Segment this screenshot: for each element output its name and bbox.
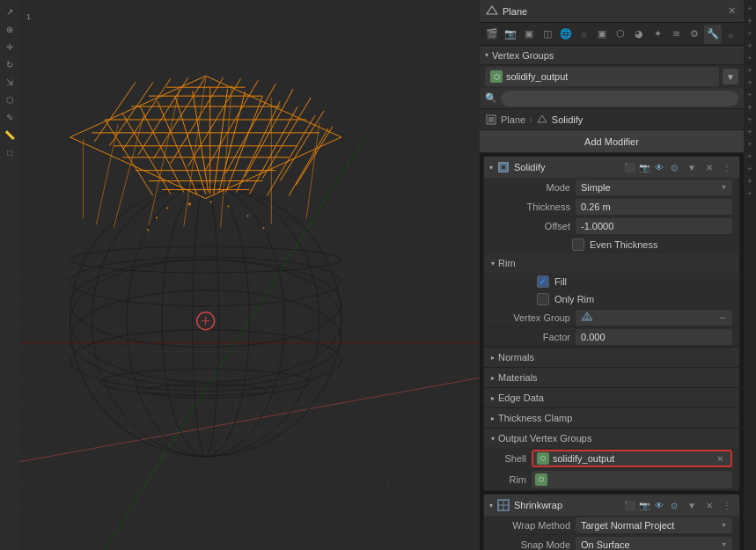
shrinkwrap-settings-btn[interactable]: ▼ [685, 498, 699, 512]
solidify-expand-icon: ▾ [489, 164, 493, 172]
normals-header[interactable]: ▸ Normals [484, 348, 739, 367]
rs-icon-8[interactable]: + [745, 90, 755, 100]
solidify-thickness-value[interactable]: 0.26 m [576, 199, 732, 215]
svg-marker-97 [538, 115, 547, 122]
solidify-offset-value[interactable]: -1.0000 [576, 218, 732, 234]
tab-physics[interactable]: ≋ [667, 25, 685, 44]
cursor-tool[interactable]: ⊕ [2, 21, 18, 37]
rs-icon-11[interactable]: + [745, 127, 755, 137]
shell-vg-name: solidify_output [553, 453, 614, 464]
breadcrumb-solidify[interactable]: Solidify [552, 114, 583, 125]
select-tool[interactable]: ↗ [2, 4, 18, 19]
shell-vg-field[interactable]: ⬡ solidify_output ✕ [532, 450, 732, 467]
tab-scene2[interactable]: 🌐 [557, 25, 575, 44]
annotate-tool[interactable]: ✎ [2, 109, 18, 125]
rs-icon-6[interactable]: + [745, 65, 755, 76]
svg-rect-85 [156, 216, 158, 218]
left-tool-strip: ↗ ⊕ ✛ ↻ ⇲ ⬡ ✎ 📏 □ [0, 0, 19, 550]
tab-world[interactable]: ○ [576, 25, 593, 44]
right-strip: + + + + + + + + + + + + + + + + [744, 0, 756, 550]
shrinkwrap-modifier-block: ▾ Shrinkwrap ⬛ 📷 👁 ⊙ ▼ ✕ ⋮ [483, 494, 740, 550]
solidify-vis-render[interactable]: 📷 [637, 160, 651, 174]
rs-icon-1[interactable]: + [745, 4, 755, 14]
rs-icon-5[interactable]: + [745, 53, 755, 63]
rs-icon-10[interactable]: + [745, 114, 755, 125]
only-rim-checkbox[interactable] [537, 293, 549, 305]
fill-checkbox[interactable]: ✓ [537, 275, 549, 288]
svg-rect-90 [246, 215, 248, 216]
shrinkwrap-menu-btn[interactable]: ⋮ [720, 498, 734, 512]
tab-constraints[interactable]: ⚙ [686, 25, 703, 44]
solidify-settings-btn[interactable]: ▼ [685, 160, 699, 174]
rs-icon-4[interactable]: + [745, 40, 755, 51]
solidify-vg-field[interactable]: ↔ [576, 310, 732, 326]
wrap-method-value[interactable]: Target Normal Project [576, 517, 732, 533]
solidify-mod-icon [496, 160, 510, 174]
vertex-groups-section-header[interactable]: ▾ Vertex Groups [480, 46, 744, 65]
add-modifier-button[interactable]: Add Modifier [480, 130, 744, 153]
tab-render[interactable]: 📷 [502, 25, 519, 44]
shrinkwrap-vis-viewport[interactable]: 👁 [652, 498, 666, 512]
output-vg-triangle: ▾ [491, 435, 495, 443]
solidify-vis-edit[interactable]: ⊙ [667, 160, 681, 174]
edge-data-header[interactable]: ▸ Edge Data [484, 388, 739, 407]
shrinkwrap-vis-realtime[interactable]: ⬛ [622, 498, 636, 512]
scale-tool[interactable]: ⇲ [2, 74, 18, 90]
tab-view-layer[interactable]: ◫ [539, 25, 556, 44]
breadcrumb-sep: › [529, 114, 532, 125]
output-vg-label: Output Vertex Groups [498, 433, 591, 444]
solidify-thickness-label: Thickness [491, 202, 570, 212]
rim-section-header[interactable]: ▾ Rim [484, 253, 739, 273]
rim-vg-row: Rim ⬡ [484, 469, 739, 490]
rotate-tool[interactable]: ↻ [2, 56, 18, 72]
materials-header[interactable]: ▸ Materials [484, 368, 739, 387]
even-thickness-checkbox[interactable] [572, 238, 584, 251]
rs-icon-15[interactable]: + [745, 176, 755, 187]
viewport[interactable]: 1 ↗ ⊕ ✛ ↻ ⇲ ⬡ ✎ 📏 □ [0, 0, 480, 550]
materials-label: Materials [498, 372, 538, 383]
solidify-vis-realtime[interactable]: ⬛ [622, 160, 636, 174]
solidify-modifier-header[interactable]: ▾ Solidify ⬛ 📷 👁 ⊙ ▼ ✕ ⋮ [484, 157, 739, 178]
solidify-close-btn[interactable]: ✕ [702, 160, 716, 174]
measure-tool[interactable]: 📏 [2, 127, 18, 143]
panel-close-btn[interactable]: ✕ [724, 4, 738, 18]
vg-collapse-btn[interactable]: ▼ [723, 69, 738, 84]
rs-icon-9[interactable]: + [745, 102, 755, 113]
shrinkwrap-header[interactable]: ▾ Shrinkwrap ⬛ 📷 👁 ⊙ ▼ ✕ ⋮ [484, 495, 739, 516]
tab-modifier[interactable]: 🔧 [704, 25, 722, 44]
output-vg-header[interactable]: ▾ Output Vertex Groups [484, 429, 739, 448]
rs-icon-12[interactable]: + [745, 139, 755, 150]
tab-output[interactable]: ▣ [520, 25, 538, 44]
tab-object[interactable]: ▣ [594, 25, 612, 44]
add-cube-tool[interactable]: □ [2, 144, 18, 160]
tab-mesh[interactable]: ⬡ [612, 25, 629, 44]
rs-icon-14[interactable]: + [745, 164, 755, 174]
modifiers-scroll-area[interactable]: ▾ Solidify ⬛ 📷 👁 ⊙ ▼ ✕ ⋮ [480, 153, 744, 550]
rs-icon-3[interactable]: + [745, 28, 755, 39]
solidify-vis-viewport[interactable]: 👁 [652, 160, 666, 174]
rs-icon-13[interactable]: + [745, 151, 755, 162]
shell-vg-remove-btn[interactable]: ✕ [713, 451, 727, 466]
tab-data[interactable]: ⬦ [723, 25, 740, 44]
transform-tool[interactable]: ⬡ [2, 92, 18, 107]
move-tool[interactable]: ✛ [2, 39, 18, 55]
shrinkwrap-vis-edit[interactable]: ⊙ [667, 498, 681, 512]
vertex-group-item[interactable]: ⬡ solidify_output [485, 67, 719, 86]
rs-icon-7[interactable]: + [745, 77, 755, 88]
rs-icon-16[interactable]: + [745, 188, 755, 199]
tab-material[interactable]: ◕ [630, 25, 648, 44]
shrinkwrap-close-btn[interactable]: ✕ [702, 498, 716, 512]
rim-vg-field[interactable]: ⬡ [532, 471, 732, 488]
breadcrumb-plane[interactable]: Plane [501, 114, 525, 125]
solidify-mode-value[interactable]: Simple [576, 180, 732, 195]
snap-mode-value[interactable]: On Surface [576, 537, 732, 551]
rs-icon-2[interactable]: + [745, 16, 755, 26]
search-input[interactable] [501, 91, 738, 106]
shrinkwrap-vis-render[interactable]: 📷 [637, 498, 651, 512]
solidify-menu-btn[interactable]: ⋮ [720, 160, 734, 174]
tab-particles[interactable]: ✦ [649, 25, 666, 44]
tab-scene[interactable]: 🎬 [483, 25, 501, 44]
thickness-clamp-header[interactable]: ▸ Thickness Clamp [484, 408, 739, 428]
fill-checkmark: ✓ [539, 277, 547, 286]
solidify-factor-value[interactable]: 0.000 [576, 329, 732, 345]
